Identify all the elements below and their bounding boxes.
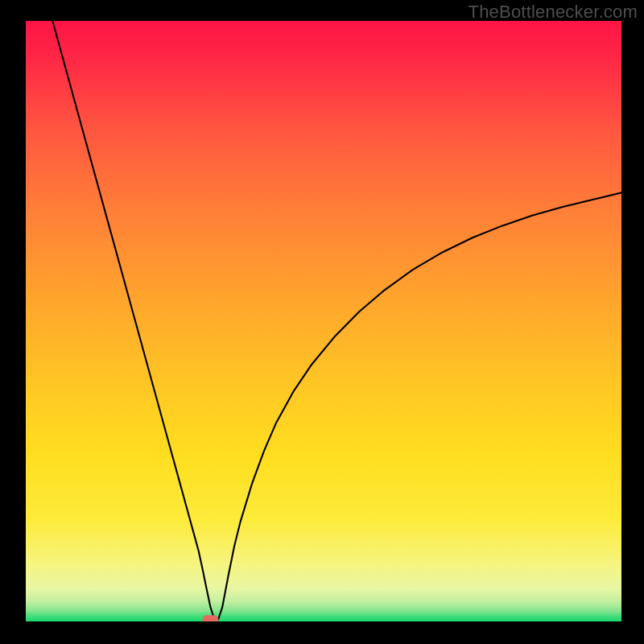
chart-svg — [26, 21, 621, 621]
plot-area — [26, 21, 621, 621]
chart-frame: TheBottlenecker.com — [0, 0, 644, 644]
gradient-background — [26, 21, 621, 621]
minimum-marker — [202, 615, 218, 621]
curve-minimum-marker — [202, 615, 218, 621]
watermark-text: TheBottlenecker.com — [469, 2, 638, 23]
